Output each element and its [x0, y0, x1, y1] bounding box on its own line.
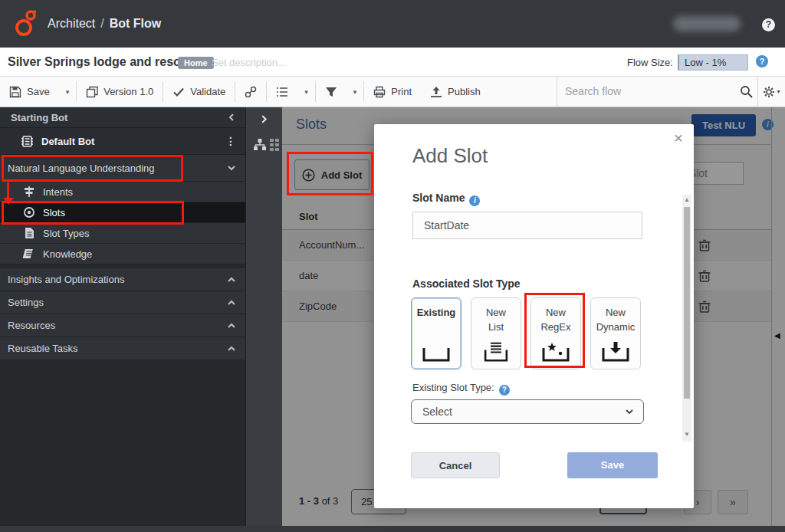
sidebar-rail [245, 107, 282, 526]
sidebar-item-default-bot[interactable]: Default Bot ⋮ [0, 128, 245, 155]
existing-slot-icon [422, 342, 450, 362]
chevron-down-icon [625, 407, 634, 416]
sidebar-section-resources[interactable]: Resources [0, 314, 245, 337]
version-button[interactable]: Version 1.0 [77, 77, 163, 107]
publish-button[interactable]: Publish [421, 77, 490, 107]
flow-size-help-icon[interactable]: ? [756, 55, 768, 67]
slot-type-new-regex[interactable]: New RegEx [530, 297, 581, 369]
sidebar-item-slot-types[interactable]: Slot Types [0, 223, 245, 244]
bottom-bar [0, 526, 785, 532]
collapse-panel-icon[interactable] [227, 113, 236, 122]
chevron-up-icon [227, 298, 236, 307]
slot-type-new-list[interactable]: New List [471, 297, 521, 369]
flow-size-label: Flow Size: [627, 57, 673, 68]
settings-gear-button[interactable]: ▾ [757, 77, 785, 107]
gear-icon [763, 86, 775, 98]
new-list-slot-icon [482, 342, 510, 362]
chevron-up-icon [227, 275, 236, 284]
slot-name-label: Slot Namei [412, 192, 480, 206]
bot-icon [21, 135, 34, 148]
chevron-up-icon [227, 344, 236, 353]
top-bar: Architect/Bot Flow ? [0, 0, 785, 48]
info-icon[interactable]: i [469, 195, 480, 206]
scrollbar-thumb[interactable] [684, 207, 690, 399]
scroll-up-icon[interactable]: ▲ [684, 196, 690, 203]
search-flow-box [557, 77, 757, 107]
sidebar-item-slots[interactable]: Slots [0, 202, 245, 223]
list-icon [276, 86, 288, 98]
architect-app: Architect/Bot Flow ? Silver Springs lodg… [0, 0, 785, 532]
publish-icon [430, 86, 442, 98]
book-icon [23, 248, 35, 260]
sidebar: Starting Bot Default Bot ⋮ Natural Langu… [0, 107, 245, 526]
slots-icon [23, 206, 35, 218]
modal-scrollbar[interactable]: ▲ ▼ [682, 195, 691, 442]
printer-icon [373, 86, 386, 98]
print-button[interactable]: Print [364, 77, 421, 107]
search-icon[interactable] [740, 85, 753, 98]
document-icon [23, 227, 35, 239]
link-icon [245, 86, 257, 98]
breadcrumb-page: Bot Flow [110, 17, 162, 30]
check-icon [172, 86, 185, 98]
sidebar-panel-title: Starting Bot [0, 107, 245, 128]
link-button[interactable] [235, 77, 266, 107]
sidebar-item-nlu[interactable]: Natural Language Understanding [0, 155, 245, 182]
gear-caret-icon: ▾ [777, 88, 780, 95]
filter-dropdown-caret[interactable]: ▾ [347, 77, 364, 107]
filter-button[interactable] [316, 77, 347, 107]
bot-menu-icon[interactable]: ⋮ [225, 135, 236, 147]
sidebar-section-insights[interactable]: Insights and Optimizations [0, 268, 245, 291]
breadcrumb-app[interactable]: Architect [48, 17, 95, 30]
new-dynamic-slot-icon [602, 342, 629, 362]
cancel-button[interactable]: Cancel [411, 452, 500, 478]
sidebar-item-intents[interactable]: Intents [0, 182, 245, 202]
versions-icon [86, 86, 98, 98]
flow-header-bar: Silver Springs lodge and resort Home Set… [0, 48, 785, 77]
close-icon[interactable]: × [674, 129, 683, 147]
flow-tree-icon[interactable] [253, 138, 267, 152]
add-slot-modal: × Add Slot Slot Namei Associated Slot Ty… [374, 124, 694, 508]
sidebar-section-reusable-tasks[interactable]: Reusable Tasks [0, 337, 245, 360]
search-flow-input[interactable] [557, 77, 735, 106]
filter-icon [325, 86, 337, 98]
save-button[interactable]: Save [0, 77, 59, 107]
set-description-field[interactable]: Set description... [212, 57, 286, 68]
validate-button[interactable]: Validate [163, 77, 235, 107]
save-dropdown-caret[interactable]: ▾ [59, 77, 77, 107]
save-icon [9, 86, 21, 98]
save-button[interactable]: Save [567, 452, 658, 478]
slot-type-new-dynamic[interactable]: New Dynamic [590, 297, 641, 369]
slot-type-cards: Existing New List New RegEx New Dynamic [411, 297, 641, 369]
slot-type-existing[interactable]: Existing [411, 297, 461, 369]
flow-name: Silver Springs lodge and resort [8, 55, 189, 69]
scroll-down-icon[interactable]: ▼ [684, 431, 690, 438]
associated-slot-type-label: Associated Slot Type [412, 277, 521, 290]
existing-slot-type-label: Existing Slot Type:? [412, 382, 510, 396]
modal-title: Add Slot [412, 144, 488, 168]
chevron-down-icon [227, 163, 236, 172]
slot-name-input[interactable] [412, 212, 642, 239]
flow-size-value: Low - 1% [678, 54, 748, 71]
breadcrumb: Architect/Bot Flow [48, 17, 161, 31]
toolbar: Save ▾ Version 1.0 Validate ▾ [0, 77, 785, 107]
outline-dropdown-caret[interactable]: ▾ [297, 77, 315, 107]
genesys-logo-icon[interactable] [12, 9, 40, 38]
outline-button[interactable] [267, 77, 297, 107]
user-menu-redacted[interactable] [673, 16, 741, 31]
expand-panel-icon[interactable] [259, 114, 269, 124]
sidebar-section-settings[interactable]: Settings [0, 291, 245, 314]
existing-slot-type-select[interactable]: Select [411, 399, 644, 424]
help-icon[interactable]: ? [762, 18, 775, 31]
intents-icon [23, 186, 35, 198]
help-icon[interactable]: ? [499, 385, 510, 396]
sidebar-item-knowledge[interactable]: Knowledge [0, 244, 245, 264]
new-regex-slot-icon [542, 342, 570, 362]
grid-view-icon[interactable] [270, 139, 280, 151]
home-badge: Home [178, 57, 214, 69]
chevron-up-icon [227, 321, 236, 330]
